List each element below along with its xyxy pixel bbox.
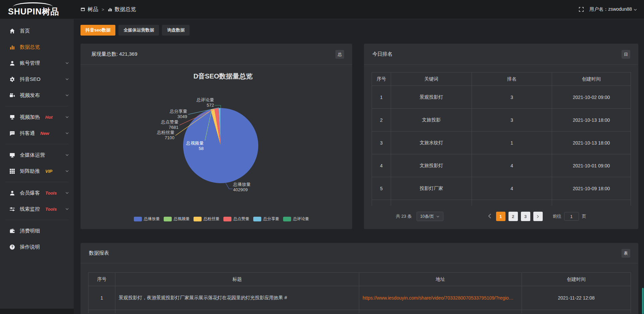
table-cell: 3 [472,86,552,109]
legend-item[interactable]: 总分享量 [253,216,279,222]
pie-label-value: 402909 [233,187,251,193]
sidebar-item-badge: VIP [45,169,52,174]
user-icon [9,60,15,66]
sidebar-divider [5,144,68,144]
report-panel: 数据报表 表 序号标题地址创建时间 1 景观投影灯，夜游景观投影灯厂家展示展示落… [80,243,638,314]
sidebar-item-label: 视频发布 [20,92,40,99]
sidebar-item[interactable]: 会员爆客Tools [0,185,74,201]
page-size-label: 10条/页 [420,214,434,219]
legend-label: 总粉丝量 [204,216,220,222]
video-link[interactable]: https://www.iesdouyin.com/share/video/70… [359,286,522,310]
sidebar-item[interactable]: 首页 [0,23,74,39]
pie-label-name: 总粉丝量 [157,130,174,135]
sidebar-item[interactable]: 视频发布 [0,87,74,103]
pie-label-line [226,183,233,189]
sidebar-item[interactable]: 抖客通New [0,125,74,141]
breadcrumb-item[interactable]: 树品 [80,6,98,13]
table-row[interactable]: 5投影灯厂家42021-10-09 18:00 [372,177,631,200]
pagination-total: 共 23 条 [396,213,412,219]
next-page-button[interactable] [533,212,543,221]
ranking-table: 序号关键词排名创建时间1景观投影灯32021-10-02 09:002文旅投影3… [372,72,631,206]
chevron-down-icon [65,191,69,195]
chevron-down-icon [65,61,69,65]
username-label: 用户名：zswodun88 [589,6,632,12]
legend-label: 总播放量 [144,216,160,222]
legend-item[interactable]: 总评论量 [283,216,309,222]
page-size-select[interactable]: 10条/页 [417,212,443,221]
chevron-down-icon [65,207,69,211]
column-header: 创建时间 [522,273,631,286]
sliders-icon [9,206,15,212]
chevron-down-icon [65,169,69,173]
sidebar-item-label: 会员爆客 [20,190,40,196]
pie-data-label: 总播放量402909 [233,182,251,193]
table-row[interactable]: 2文旅投影32021-10-13 18:00 [372,109,631,132]
table-row[interactable]: 3文旅水纹灯12021-10-13 18:00 [372,132,631,154]
table-cell: 文旅投影灯 [391,154,472,177]
table-cell: 4 [472,177,552,200]
pie-label-value: 58 [186,146,204,151]
legend-swatch [253,217,261,221]
prev-page-button[interactable] [486,213,493,220]
breadcrumb-item[interactable]: 数据总览 [108,6,136,13]
tab-inactive[interactable]: 全媒体运营数据 [118,25,159,36]
sidebar-item[interactable]: 矩阵助推VIP [0,163,74,179]
pie-label-value: 7681 [161,125,178,130]
goto-page-input[interactable] [564,212,579,221]
table-row[interactable]: 4文旅投影灯42021-10-01 09:00 [372,154,631,177]
sidebar-nav: 首页数据总览账号管理抖音SEO视频发布视频加热Hot抖客通New全媒体运营矩阵助… [0,19,74,314]
breadcrumb-separator: > [102,7,104,12]
chevron-down-icon [633,7,637,11]
pie-chart[interactable]: 总播放量: 402909总视频量: 58总粉丝量: 7100总点赞量: 7681… [80,44,352,229]
table-header-row: 序号标题地址创建时间 [89,273,631,286]
column-header: 创建时间 [552,72,631,86]
sidebar-item[interactable]: 视频加热Hot [0,109,74,125]
sidebar-item-badge: Tools [45,207,57,212]
user-menu[interactable]: 用户名：zswodun88 [589,6,637,12]
sidebar-item[interactable]: 抖音SEO [0,71,74,87]
legend-item[interactable]: 总点赞量 [223,216,250,222]
pie-label-name: 总分享量 [170,109,187,114]
video-camera-icon [9,93,15,98]
table-cell: 2021-10-13 18:00 [552,109,631,132]
logo-text-main: SHUPIN [8,7,42,16]
monitor-icon [9,152,15,158]
sidebar-item-label: 数据总览 [20,44,40,50]
tab-active[interactable]: 抖音seo数据 [80,25,115,36]
table-cell: 2021-10-13 18:00 [552,132,631,154]
column-header: 地址 [359,273,522,286]
ranking-mode-button[interactable]: 日 [622,50,630,59]
report-mode-button[interactable]: 表 [622,249,630,258]
chevron-right-icon [536,214,540,219]
grid-icon [9,168,15,174]
sidebar-bottom-strip [0,309,74,314]
legend-item[interactable]: 总播放量 [134,216,160,222]
fullscreen-icon[interactable] [579,7,584,12]
legend-item[interactable]: 总视频量 [164,216,190,222]
page-number-button[interactable]: 1 [496,212,505,221]
table-cell: 3 [472,109,552,132]
page-number-button[interactable]: 3 [521,212,530,221]
chevron-down-icon [436,215,440,218]
page-scrollbar[interactable] [642,288,644,314]
page-number-button[interactable]: 2 [508,212,518,221]
tab-inactive[interactable]: 询盘数据 [162,25,190,36]
sidebar-item[interactable]: 全媒体运营 [0,147,74,163]
sidebar-item[interactable]: 消费明细 [0,223,74,239]
legend-item[interactable]: 总粉丝量 [194,216,220,222]
pie-label-name: 总点赞量 [161,119,178,124]
sidebar-item[interactable]: 数据总览 [0,39,74,55]
pie-label-value: 3049 [170,114,187,119]
table-cell: 4 [372,154,391,177]
chevron-down-icon [65,93,69,97]
sidebar-item[interactable]: ?操作说明 [0,239,74,255]
table-row[interactable]: 1景观投影灯32021-10-02 09:00 [372,86,631,109]
pie-label-value: 572 [197,103,214,108]
sidebar-item-label: 抖音SEO [20,76,41,83]
table-cell: 2021-10-09 18:00 [552,177,631,200]
bar-chart-icon [108,7,112,12]
sidebar-item[interactable]: 线索监控Tools [0,201,74,217]
table-row[interactable]: 1 景观投影灯，夜游景观投影灯厂家展示展示落花灯在花园里的灯光投影应用效果 # … [89,286,631,310]
sidebar-item-label: 账号管理 [20,60,40,66]
sidebar-item[interactable]: 账号管理 [0,55,74,71]
